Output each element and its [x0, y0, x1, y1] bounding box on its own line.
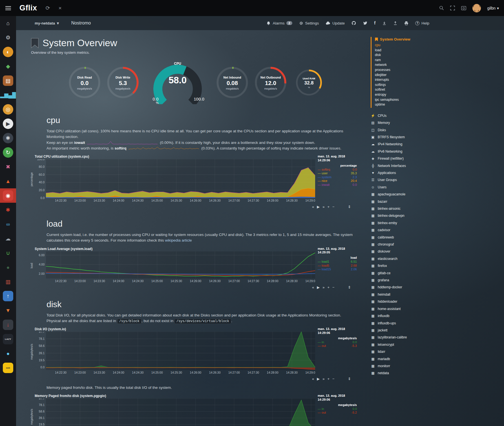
menu-app-influxdb-ups[interactable]: ▦influxdb-ups — [371, 320, 441, 327]
menu-app-gitlab-ce[interactable]: ▦gitlab-ce — [371, 270, 441, 277]
menu-app-elasticsearch[interactable]: ▦elasticsearch — [371, 255, 441, 262]
menu-item-interrupts[interactable]: interrupts — [375, 77, 441, 82]
menu-section-user-groups[interactable]: ☰User Groups — [371, 177, 441, 184]
menu-item-softnet[interactable]: softnet — [375, 87, 441, 92]
app-icon-download-box[interactable]: ↓ — [0, 318, 16, 332]
twitter-button[interactable] — [363, 21, 367, 25]
menu-app-netdata[interactable]: ▦netdata — [371, 370, 441, 377]
menu-app-mariadb[interactable]: ▦mariadb — [371, 356, 441, 363]
menu-item-softirqs[interactable]: softirqs — [375, 82, 441, 88]
help-button[interactable]: ? Help — [415, 21, 429, 25]
toolbox-resize-icon[interactable]: ⇕ — [348, 377, 351, 381]
menu-app-hiddenloader[interactable]: ▦hiddenloader — [371, 298, 441, 305]
legend-item-out[interactable]: — out-5.2 — [318, 411, 357, 415]
gauge-disk-read[interactable]: Disk Read0.0megabytes/s — [68, 66, 101, 100]
toolbox-zoom-out-icon[interactable]: − — [332, 205, 335, 209]
toolbox-rewind-icon[interactable]: « — [312, 377, 314, 381]
menu-section-applications[interactable]: ♥Applications — [371, 169, 441, 177]
menu-item-ram[interactable]: ram — [375, 58, 441, 63]
menu-app-lazylibrarian-calibre[interactable]: ▦lazylibrarian-calibre — [371, 334, 441, 341]
legend-item-nice[interactable]: — nice20.4 — [318, 179, 357, 183]
hamburger-menu-icon[interactable] — [0, 0, 16, 16]
menu-section-cpus[interactable]: ⚡CPUs — [371, 112, 441, 119]
menu-section-disks[interactable]: ◫Disks — [371, 127, 441, 134]
app-icon-red-flower[interactable]: ✱ — [0, 203, 16, 217]
menu-section-firewall-netfilter-[interactable]: ◈Firewall (netfilter) — [371, 155, 441, 162]
menu-app-chronograf[interactable]: ▦chronograf — [371, 241, 441, 248]
toolbox-play-icon[interactable]: ▶ — [317, 377, 320, 381]
menu-app-calibreweb[interactable]: ▦calibreweb — [371, 234, 441, 241]
chart-load[interactable]: loadSystem Load Average (system.load)6.0… — [30, 247, 377, 289]
menu-item-idlejitter[interactable]: idlejitter — [375, 73, 441, 78]
host-dropdown[interactable]: my-netdata ▾ — [35, 21, 59, 25]
app-icon-map-pin-active[interactable]: ◉ — [0, 188, 16, 203]
menu-item-entropy[interactable]: entropy — [375, 92, 441, 97]
app-icon-striped-bars[interactable]: ▥ — [0, 275, 16, 289]
app-icon-home[interactable]: ⌂ — [0, 16, 16, 30]
toolbox-zoom-in-icon[interactable]: + — [327, 377, 330, 381]
github-button[interactable] — [352, 21, 356, 25]
menu-app-hddtemp-docker[interactable]: ▦hddtemp-docker — [371, 284, 441, 291]
legend-item-load15[interactable]: — load152.06 — [318, 267, 357, 271]
app-icon-green-refresh[interactable]: ↻ — [0, 145, 16, 160]
toolbox-zoom-out-icon[interactable]: − — [332, 377, 335, 381]
gauge-disk-write[interactable]: Disk Write5.3megabytes/s — [106, 66, 140, 100]
menu-item-processes[interactable]: processes — [375, 68, 441, 73]
app-icon-plex[interactable]: ▶ — [0, 117, 16, 131]
chart-plot-area[interactable]: 97.778.158.639.119.50.014:22:3014:23:001… — [35, 332, 315, 375]
toolbox-resize-icon[interactable]: ⇕ — [348, 285, 351, 289]
update-button[interactable]: Update — [326, 21, 345, 25]
legend-item-in[interactable]: — in0.0 — [318, 407, 357, 411]
menu-app-heimdall[interactable]: ▦heimdall — [371, 291, 441, 298]
chart-plot-area[interactable]: 100.080.060.040.020.00.014:22:3014:23:00… — [35, 159, 315, 203]
menu-section-users[interactable]: ☺Users — [371, 184, 441, 191]
app-icon-dark-leaf[interactable]: ● — [0, 260, 16, 275]
app-icon-lazylibrarian[interactable]: LAZY — [0, 332, 16, 346]
menu-app-apacheguacamole[interactable]: ▦apacheguacamole — [371, 191, 441, 198]
app-icon-crate[interactable]: ▤ — [0, 73, 16, 88]
menu-app-cadvisor[interactable]: ▦cadvisor — [371, 227, 441, 234]
menu-section-btrfs-filesystem[interactable]: ▣BTRFS filesystem — [371, 134, 441, 141]
menu-app-jackett[interactable]: ▦jackett — [371, 327, 441, 334]
toolbox-forward-icon[interactable]: » — [322, 285, 324, 289]
menu-app-bazarr[interactable]: ▦bazarr — [371, 198, 441, 205]
app-icon-blue-drop[interactable]: ● — [0, 346, 16, 361]
settings-button[interactable]: Settings — [299, 21, 319, 25]
toolbox-forward-icon[interactable]: » — [322, 205, 324, 209]
close-icon[interactable]: × — [58, 5, 61, 11]
app-icon-pink-ribbon[interactable]: ✖ — [0, 160, 16, 174]
menu-app-home-assistant[interactable]: ▦home-assistant — [371, 305, 441, 313]
chart-plot-area[interactable]: 97.778.158.639.119.50.014:22:3014:23:001… — [35, 398, 315, 426]
menu-item-cpu[interactable]: cpu — [375, 43, 441, 48]
gauge-used-ram[interactable]: Used RAM32.8% — [293, 69, 324, 97]
menu-item-uptime[interactable]: uptime — [375, 102, 441, 107]
alarms-button[interactable]: Alarms 2 — [266, 21, 292, 25]
fullscreen-icon[interactable] — [450, 6, 455, 10]
facebook-button[interactable]: f — [374, 21, 375, 26]
legend-item-load5[interactable]: — load52.68 — [318, 264, 357, 268]
app-icon-green-u[interactable]: ∪ — [0, 246, 16, 260]
toolbox-zoom-in-icon[interactable]: + — [327, 285, 330, 289]
menu-item-load[interactable]: load — [375, 48, 441, 53]
toolbox-zoom-out-icon[interactable]: − — [332, 285, 335, 289]
menu-section-ipv4-networking[interactable]: ☁IPv4 Networking — [371, 141, 441, 148]
gauge-net-inbound[interactable]: Net Inbound0.08megabits/s — [215, 66, 249, 100]
toolbox-resize-icon[interactable]: ⇕ — [348, 205, 351, 209]
menu-app-binhex-emby[interactable]: ▦binhex-emby — [371, 220, 441, 227]
menu-item-disk[interactable]: disk — [375, 53, 441, 58]
menu-section-memory[interactable]: ▤Memory — [371, 119, 441, 126]
menu-section-ipv6-networking[interactable]: ☁IPv6 Networking — [371, 148, 441, 155]
app-icon-nextcloud[interactable]: ∞ — [0, 217, 16, 231]
menu-item-network[interactable]: network — [375, 63, 441, 68]
chart-memory-paged[interactable]: megabytes/sMemory Paged from/to disk (sy… — [30, 394, 377, 426]
app-icon-sabnzbd[interactable]: sab — [0, 361, 16, 375]
wikipedia-link[interactable]: wikipedia article — [165, 238, 192, 242]
menu-app-grafana[interactable]: ▦grafana — [371, 277, 441, 284]
menu-app-binhex-airsonic[interactable]: ▦binhex-airsonic — [371, 205, 441, 212]
menu-app-monitorr[interactable]: ▦monitorr — [371, 363, 441, 370]
refresh-icon[interactable]: ⟳ — [46, 5, 50, 11]
toolbox-rewind-icon[interactable]: « — [312, 205, 314, 209]
toolbox-rewind-icon[interactable]: « — [312, 285, 314, 289]
import-button[interactable] — [382, 21, 386, 25]
toolbox-play-icon[interactable]: ▶ — [317, 205, 320, 209]
